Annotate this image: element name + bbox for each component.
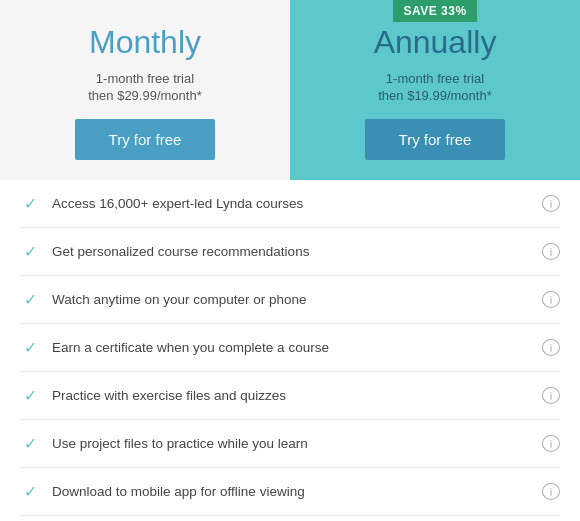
annual-title: Annually bbox=[374, 24, 497, 61]
feature-text: Watch anytime on your computer or phone bbox=[52, 292, 530, 307]
feature-item: ✓Get personalized course recommendations… bbox=[20, 228, 560, 276]
check-icon: ✓ bbox=[20, 242, 40, 261]
monthly-plan: Monthly 1-month free trial then $29.99/m… bbox=[0, 0, 290, 180]
annual-try-button[interactable]: Try for free bbox=[365, 119, 505, 160]
monthly-price: then $29.99/month* bbox=[88, 88, 201, 103]
feature-item: ✓Use project files to practice while you… bbox=[20, 420, 560, 468]
info-icon[interactable]: i bbox=[542, 291, 560, 308]
pricing-header: Monthly 1-month free trial then $29.99/m… bbox=[0, 0, 580, 180]
check-icon: ✓ bbox=[20, 290, 40, 309]
feature-text: Download to mobile app for offline viewi… bbox=[52, 484, 530, 499]
monthly-try-button[interactable]: Try for free bbox=[75, 119, 215, 160]
feature-item: ✓Practice with exercise files and quizze… bbox=[20, 372, 560, 420]
feature-item: ✓Watch anytime on your computer or phone… bbox=[20, 276, 560, 324]
feature-item: ✓Download to mobile app for offline view… bbox=[20, 468, 560, 516]
check-icon: ✓ bbox=[20, 338, 40, 357]
monthly-title: Monthly bbox=[89, 24, 201, 61]
check-icon: ✓ bbox=[20, 434, 40, 453]
info-icon[interactable]: i bbox=[542, 435, 560, 452]
info-icon[interactable]: i bbox=[542, 387, 560, 404]
info-icon[interactable]: i bbox=[542, 243, 560, 260]
check-icon: ✓ bbox=[20, 194, 40, 213]
feature-text: Access 16,000+ expert-led Lynda courses bbox=[52, 196, 530, 211]
feature-item: ✓Access 16,000+ expert-led Lynda courses… bbox=[20, 180, 560, 228]
features-list: ✓Access 16,000+ expert-led Lynda courses… bbox=[0, 180, 580, 521]
features-section: ✓Access 16,000+ expert-led Lynda courses… bbox=[0, 180, 580, 521]
feature-text: Get personalized course recommendations bbox=[52, 244, 530, 259]
save-badge: SAVE 33% bbox=[393, 0, 476, 22]
info-icon[interactable]: i bbox=[542, 483, 560, 500]
feature-item: ✓Access LinkedIn's Premium Career featur… bbox=[20, 516, 560, 521]
check-icon: ✓ bbox=[20, 482, 40, 501]
monthly-trial: 1-month free trial bbox=[96, 71, 194, 86]
annual-plan: SAVE 33% Annually 1-month free trial the… bbox=[290, 0, 580, 180]
feature-text: Practice with exercise files and quizzes bbox=[52, 388, 530, 403]
check-icon: ✓ bbox=[20, 386, 40, 405]
feature-item: ✓Earn a certificate when you complete a … bbox=[20, 324, 560, 372]
info-icon[interactable]: i bbox=[542, 339, 560, 356]
info-icon[interactable]: i bbox=[542, 195, 560, 212]
annual-price: then $19.99/month* bbox=[378, 88, 491, 103]
feature-text: Earn a certificate when you complete a c… bbox=[52, 340, 530, 355]
feature-text: Use project files to practice while you … bbox=[52, 436, 530, 451]
annual-trial: 1-month free trial bbox=[386, 71, 484, 86]
